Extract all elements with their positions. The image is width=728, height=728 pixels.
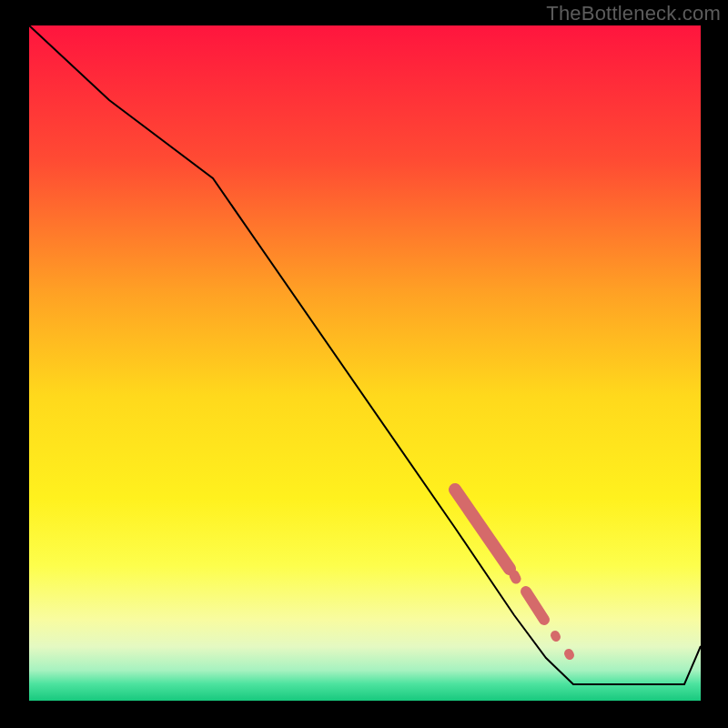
data-marker	[569, 653, 570, 655]
plot-area	[29, 25, 701, 701]
chart-stage: TheBottleneck.com	[0, 0, 728, 728]
watermark-text: TheBottleneck.com	[546, 2, 721, 25]
chart-svg	[0, 0, 728, 728]
data-marker	[555, 635, 556, 637]
data-marker	[514, 575, 516, 579]
